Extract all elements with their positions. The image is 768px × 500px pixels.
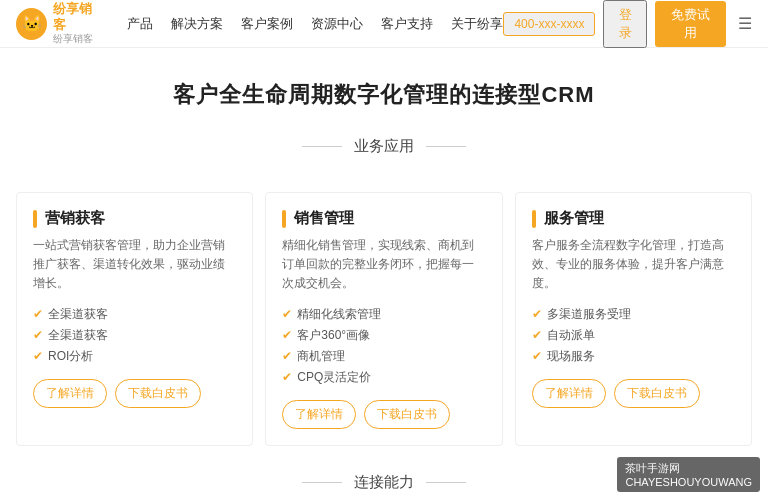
nav-actions: 400-xxx-xxxx 登录 免费试用 ☰ bbox=[503, 0, 752, 48]
trial-button[interactable]: 免费试用 bbox=[655, 1, 726, 47]
logo-icon: 🐱 bbox=[16, 8, 47, 40]
logo-name: 纷享销客 bbox=[53, 1, 103, 32]
list-item: ✔精细化线索管理 bbox=[282, 304, 485, 325]
card-accent bbox=[282, 210, 286, 228]
business-cards-grid: 营销获客 一站式营销获客管理，助力企业营销推广获客、渠道转化效果，驱动业绩增长。… bbox=[0, 192, 768, 446]
card-header: 营销获客 bbox=[33, 209, 236, 228]
card-actions: 了解详情 下载白皮书 bbox=[33, 379, 236, 408]
nav-links: 产品 解决方案 客户案例 资源中心 客户支持 关于纷享 bbox=[127, 15, 503, 33]
section-connect-title: 连接能力 bbox=[0, 470, 768, 492]
card-header: 销售管理 bbox=[282, 209, 485, 228]
card-desc: 精细化销售管理，实现线索、商机到订单回款的完整业务闭环，把握每一次成交机会。 bbox=[282, 236, 485, 294]
check-icon: ✔ bbox=[532, 307, 542, 321]
detail-button[interactable]: 了解详情 bbox=[282, 400, 356, 429]
business-card-1: 销售管理 精细化销售管理，实现线索、商机到订单回款的完整业务闭环，把握每一次成交… bbox=[265, 192, 502, 446]
check-icon: ✔ bbox=[33, 349, 43, 363]
card-header: 服务管理 bbox=[532, 209, 735, 228]
check-icon: ✔ bbox=[532, 349, 542, 363]
card-title: 服务管理 bbox=[544, 209, 604, 228]
navbar: 🐱 纷享销客 纷享销客 产品 解决方案 客户案例 资源中心 客户支持 关于纷享 … bbox=[0, 0, 768, 48]
business-card-0: 营销获客 一站式营销获客管理，助力企业营销推广获客、渠道转化效果，驱动业绩增长。… bbox=[16, 192, 253, 446]
list-item: ✔现场服务 bbox=[532, 346, 735, 367]
hero-section: 客户全生命周期数字化管理的连接型CRM 业务应用 bbox=[0, 48, 768, 192]
check-icon: ✔ bbox=[33, 328, 43, 342]
list-item: ✔CPQ灵活定价 bbox=[282, 367, 485, 388]
list-item: ✔全渠道获客 bbox=[33, 325, 236, 346]
card-accent bbox=[532, 210, 536, 228]
card-desc: 一站式营销获客管理，助力企业营销推广获客、渠道转化效果，驱动业绩增长。 bbox=[33, 236, 236, 294]
list-item: ✔ROI分析 bbox=[33, 346, 236, 367]
whitepaper-button[interactable]: 下载白皮书 bbox=[115, 379, 201, 408]
section-connect-label: 连接能力 bbox=[354, 473, 414, 492]
logo[interactable]: 🐱 纷享销客 纷享销客 bbox=[16, 1, 103, 46]
business-card-2: 服务管理 客户服务全流程数字化管理，打造高效、专业的服务体验，提升客户满意度。 … bbox=[515, 192, 752, 446]
hero-title: 客户全生命周期数字化管理的连接型CRM bbox=[16, 80, 752, 110]
list-item: ✔全渠道获客 bbox=[33, 304, 236, 325]
nav-link-product[interactable]: 产品 bbox=[127, 15, 153, 33]
card-list: ✔全渠道获客✔全渠道获客✔ROI分析 bbox=[33, 304, 236, 367]
card-title: 销售管理 bbox=[294, 209, 354, 228]
list-item: ✔客户360°画像 bbox=[282, 325, 485, 346]
section-business-title: 业务应用 bbox=[16, 134, 752, 156]
card-title: 营销获客 bbox=[45, 209, 105, 228]
whitepaper-button[interactable]: 下载白皮书 bbox=[364, 400, 450, 429]
card-list: ✔精细化线索管理✔客户360°画像✔商机管理✔CPQ灵活定价 bbox=[282, 304, 485, 388]
detail-button[interactable]: 了解详情 bbox=[532, 379, 606, 408]
nav-link-about[interactable]: 关于纷享 bbox=[451, 15, 503, 33]
check-icon: ✔ bbox=[33, 307, 43, 321]
nav-link-resource[interactable]: 资源中心 bbox=[311, 15, 363, 33]
card-list: ✔多渠道服务受理✔自动派单✔现场服务 bbox=[532, 304, 735, 367]
nav-link-solution[interactable]: 解决方案 bbox=[171, 15, 223, 33]
check-icon: ✔ bbox=[282, 307, 292, 321]
card-actions: 了解详情 下载白皮书 bbox=[532, 379, 735, 408]
card-accent bbox=[33, 210, 37, 228]
logo-sub: 纷享销客 bbox=[53, 32, 103, 46]
check-icon: ✔ bbox=[282, 370, 292, 384]
list-item: ✔自动派单 bbox=[532, 325, 735, 346]
menu-icon[interactable]: ☰ bbox=[738, 14, 752, 33]
card-desc: 客户服务全流程数字化管理，打造高效、专业的服务体验，提升客户满意度。 bbox=[532, 236, 735, 294]
section-business-label: 业务应用 bbox=[354, 137, 414, 156]
detail-button[interactable]: 了解详情 bbox=[33, 379, 107, 408]
check-icon: ✔ bbox=[282, 328, 292, 342]
list-item: ✔商机管理 bbox=[282, 346, 485, 367]
check-icon: ✔ bbox=[532, 328, 542, 342]
list-item: ✔多渠道服务受理 bbox=[532, 304, 735, 325]
whitepaper-button[interactable]: 下载白皮书 bbox=[614, 379, 700, 408]
phone-button[interactable]: 400-xxx-xxxx bbox=[503, 12, 595, 36]
check-icon: ✔ bbox=[282, 349, 292, 363]
login-button[interactable]: 登录 bbox=[603, 0, 647, 48]
nav-link-support[interactable]: 客户支持 bbox=[381, 15, 433, 33]
nav-link-case[interactable]: 客户案例 bbox=[241, 15, 293, 33]
card-actions: 了解详情 下载白皮书 bbox=[282, 400, 485, 429]
